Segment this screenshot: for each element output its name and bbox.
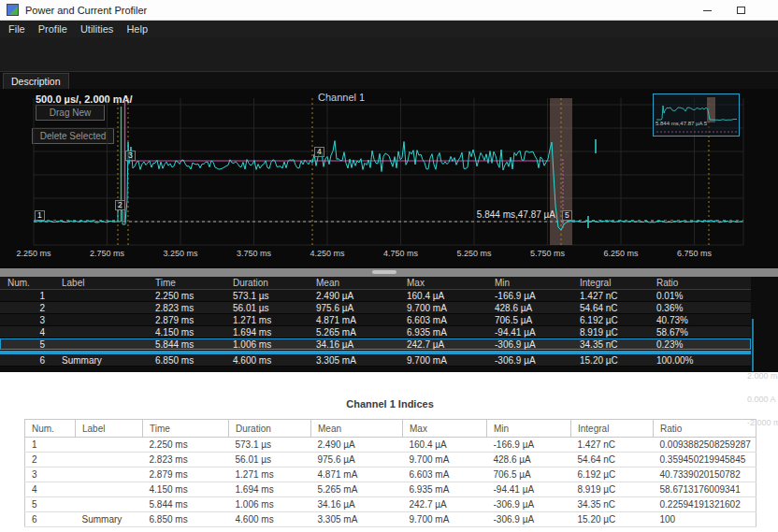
indices-cell-mean: 975.6 µA [311,453,403,467]
indices-cell-integral: 54.64 nC [571,453,654,467]
chart-area[interactable]: 500.0 µs/, 2.000 mA/ Channel 1 Drag New … [0,89,778,268]
cell-mean: 2.490 µA [309,290,399,301]
indices-cell-time: 5.844 ms [143,497,229,512]
indices-cell-max: 160.4 µA [403,438,487,453]
x-axis-tick: 5.750 ms [530,249,565,258]
cell-mean: 4.871 mA [309,314,399,325]
cell-min: -94.41 µA [487,326,572,338]
cell-duration: 573.1 µs [225,290,309,301]
menu-item-help[interactable]: Help [120,21,154,37]
splitter[interactable] [0,268,778,277]
cell-min: 706.5 µA [487,314,572,325]
cell-duration: 1.694 ms [225,326,309,338]
indices-column-header-num: Num. [25,420,76,438]
indices-title: Channel 1 Indices [24,398,756,410]
tab-description[interactable]: Description [3,73,69,90]
indices-cell-max: 9.700 mA [403,512,487,527]
indices-cell-integral: 34.35 nC [571,497,654,512]
indices-cell-time: 2.250 ms [143,438,229,453]
table-row[interactable]: 22.823 ms56.01 µs975.6 µA9.700 mA428.6 µ… [0,302,751,314]
region-marker-5: 5 [562,210,572,221]
indices-column-header-time: Time [143,420,229,438]
cell-mean: 34.16 µA [309,338,399,350]
table-row[interactable]: 44.150 ms1.694 ms5.265 mA6.935 mA-94.41 … [0,326,751,338]
indices-cell-ratio: 0.0093882508259287 [654,438,756,453]
indices-cell-integral: 1.427 nC [571,438,654,453]
indices-cell-integral: 15.20 µC [571,512,654,527]
indices-cell-max: 242.7 µA [403,497,487,512]
table-row[interactable]: 55.844 ms1.006 ms34.16 µA242.7 µA-306.9 … [0,338,751,351]
menu-item-file[interactable]: File [2,21,32,37]
indices-cell-duration: 1.271 ms [229,467,311,482]
column-header-mean: Mean [309,277,399,289]
table-header: Num.LabelTimeDurationMeanMaxMinIntegralR… [0,277,751,290]
indices-cell-min: -94.41 µA [487,482,571,497]
region-marker-3: 3 [125,151,136,161]
cell-mean: 5.265 mA [309,326,399,338]
cell-integral: 6.192 µC [572,314,649,325]
maximize-button[interactable] [724,0,757,21]
cell-min: -306.9 µA [487,338,572,350]
indices-cell-num: 5 [25,497,76,512]
indices-cell-label [76,467,143,482]
minimize-button[interactable] [690,0,724,21]
indices-cell-time: 2.823 ms [143,453,229,467]
cell-ratio: 0.23% [649,338,751,350]
indices-row: 22.823 ms56.01 µs975.6 µA9.700 mA428.6 µ… [25,453,756,467]
indices-cell-num: 2 [25,453,76,467]
indices-cell-label [76,453,143,467]
x-axis-tick: 3.750 ms [237,249,271,258]
cell-duration: 56.01 µs [225,302,309,313]
indices-row: 12.250 ms573.1 µs2.490 µA160.4 µA-166.9 … [25,438,756,453]
indices-cell-duration: 573.1 µs [229,438,311,453]
cell-ratio: 40.73% [649,314,751,325]
indices-cell-min: -306.9 µA [487,497,571,512]
table-row[interactable]: 32.879 ms1.271 ms4.871 mA6.603 mA706.5 µ… [0,314,751,326]
menu-item-utilities[interactable]: Utilities [74,21,120,37]
indices-cell-ratio: 58.6713176009341 [654,482,756,497]
table-row[interactable]: 6Summary6.850 ms4.600 ms3.305 mA9.700 mA… [0,354,751,367]
indices-column-header-integral: Integral [571,420,654,438]
table-scrollbar[interactable] [752,319,754,371]
cell-label [54,314,148,325]
indices-cell-ratio: 0.359450219945845 [654,453,756,467]
cell-label [54,290,148,301]
maximize-icon [737,7,745,14]
indices-cell-mean: 4.871 mA [311,467,403,482]
indices-column-header-label: Label [76,420,143,438]
indices-cell-duration: 4.600 ms [229,512,311,527]
column-header-integral: Integral [572,277,649,289]
cell-duration: 4.600 ms [225,354,309,366]
cell-max: 242.7 µA [399,338,487,350]
cell-max: 6.603 mA [399,314,487,325]
menu-item-profile[interactable]: Profile [32,21,74,37]
indices-cell-max: 6.603 mA [403,467,487,482]
indices-header-row: Num.LabelTimeDurationMeanMaxMinIntegralR… [25,420,756,438]
titlebar: Power and Current Profiler [0,0,778,21]
indices-cell-label [76,438,143,453]
indices-cell-num: 3 [25,467,76,482]
chart-overview-thumbnail[interactable]: 5.844 ms,47.87 µA 5 [653,93,740,137]
cell-ratio: 100.00% [649,354,751,366]
column-header-ratio: Ratio [649,277,751,289]
indices-column-header-max: Max [403,420,487,438]
cell-time: 2.823 ms [148,302,225,313]
app-window: Power and Current Profiler FileProfileUt… [0,0,778,372]
cell-label [54,326,148,338]
waveform-layer [34,141,742,230]
cell-num: 4 [0,326,54,338]
x-axis-tick: 6.250 ms [603,249,638,258]
table-row[interactable]: 12.250 ms573.1 µs2.490 µA160.4 µA-166.9 … [0,290,751,302]
x-axis-tick: 5.250 ms [456,249,491,258]
indices-cell-max: 6.935 mA [403,482,487,497]
cursor-readout: 5.844 ms,47.87 µA [477,209,558,220]
app-icon [7,4,19,16]
cell-time: 4.150 ms [148,326,225,338]
indices-row: 44.150 ms1.694 ms5.265 mA6.935 mA-94.41 … [25,482,756,497]
indices-cell-time: 2.879 ms [143,467,229,482]
cell-num: 6 [0,354,54,366]
toolbar: Zoom Profile Auto Profile... Undo Redo C… [0,37,778,71]
cell-integral: 8.919 µC [572,326,649,338]
cell-ratio: 58.67% [649,326,751,338]
thumbnail-cursor-label: 5.844 ms,47.87 µA 5 [656,121,707,126]
